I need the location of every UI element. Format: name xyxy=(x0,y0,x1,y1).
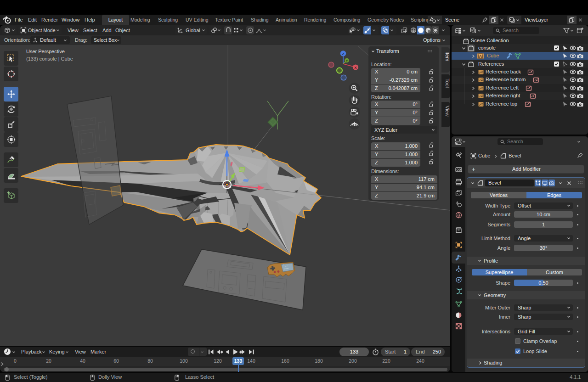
svg-text:Z: Z xyxy=(342,52,345,56)
svg-text:Y: Y xyxy=(346,59,348,62)
svg-text:X: X xyxy=(354,66,357,70)
